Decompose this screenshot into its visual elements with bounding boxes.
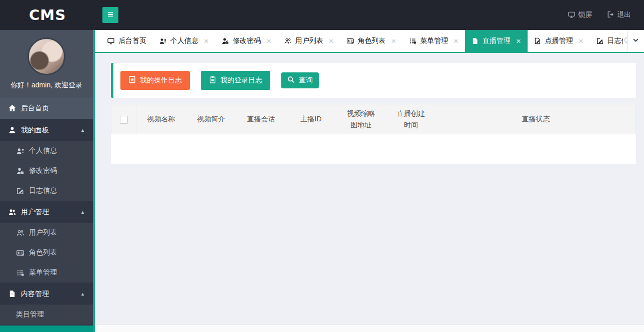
tab-live-management[interactable]: 直播管理×: [465, 30, 528, 52]
column-header: 直播状态: [436, 104, 636, 134]
tab-overflow-button[interactable]: [627, 30, 644, 52]
column-header: 直播创建时间: [386, 104, 436, 134]
app-logo: CMS: [0, 6, 95, 23]
sidebar-item-my-panel[interactable]: 我的面板▲: [0, 119, 93, 141]
user-group-icon: [284, 37, 291, 44]
column-header: 主播ID: [286, 104, 336, 134]
close-tab-icon[interactable]: ×: [266, 37, 271, 45]
clipboard-icon: [209, 76, 216, 85]
logout-button[interactable]: 退出: [607, 10, 631, 19]
caret-up-icon: ▲: [80, 128, 85, 133]
tab-role-list[interactable]: 角色列表×: [340, 30, 403, 52]
user-card-icon: [16, 147, 24, 155]
column-header: 视频简介: [186, 104, 236, 134]
tab-label: 菜单管理: [420, 36, 448, 45]
close-tab-icon[interactable]: ×: [516, 37, 521, 45]
user-card-icon: [159, 37, 166, 44]
search-button[interactable]: 查询: [281, 72, 319, 88]
column-header: 直播会话: [236, 104, 286, 134]
toolbar-panel: 我的操作日志 我的登录日志 查询: [111, 63, 636, 98]
close-tab-icon[interactable]: ×: [391, 37, 396, 45]
select-all-checkbox[interactable]: [120, 116, 128, 124]
lock-screen-label: 锁屏: [578, 10, 592, 19]
sidebar-item-menu-management[interactable]: 菜单管理: [0, 263, 93, 283]
login-log-button[interactable]: 我的登录日志: [201, 71, 270, 90]
pencil-square-icon: [16, 187, 24, 195]
table-header-row: 视频名称视频简介直播会话主播ID视频缩略图地址直播创建时间直播状态: [111, 104, 636, 134]
sidebar-item-dashboard[interactable]: 后台首页: [0, 97, 93, 119]
clipped-tab-fragment[interactable]: [623, 30, 627, 52]
sidebar-item-label: 我的面板: [21, 126, 49, 135]
clipped-tab-icon: [625, 37, 627, 43]
avatar[interactable]: [27, 37, 65, 75]
sidebar-menu: 后台首页我的面板▲个人信息修改密码日志信息用户管理▲用户列表角色列表菜单管理内容…: [0, 97, 93, 325]
tab-label: 后台首页: [118, 36, 146, 45]
id-card-icon: [16, 249, 24, 257]
sidebar-item-label: 类目管理: [16, 310, 44, 319]
column-header: 视频名称: [136, 104, 186, 134]
sidebar-item-label: 修改密码: [29, 166, 57, 175]
sidebar-item-category-management[interactable]: 类目管理: [0, 305, 93, 325]
tab-change-password[interactable]: 修改密码×: [215, 30, 278, 52]
sidebar-item-content-management[interactable]: 内容管理▲: [0, 283, 93, 305]
tab-dashboard[interactable]: 后台首页: [101, 30, 153, 52]
sidebar-item-label: 用户列表: [29, 228, 57, 237]
login-log-label: 我的登录日志: [220, 76, 262, 85]
main-area: 后台首页个人信息×修改密码×用户列表×角色列表×菜单管理×直播管理×点播管理×日…: [95, 30, 644, 332]
tab-profile-info[interactable]: 个人信息×: [153, 30, 215, 52]
sidebar-item-label: 用户管理: [21, 208, 49, 217]
file-icon: [472, 37, 479, 44]
app-shell: 你好！admin, 欢迎登录 后台首页我的面板▲个人信息修改密码日志信息用户管理…: [0, 30, 644, 332]
sidebar-item-role-list[interactable]: 角色列表: [0, 243, 93, 263]
logout-label: 退出: [617, 10, 631, 19]
tab-user-list[interactable]: 用户列表×: [278, 30, 340, 52]
sidebar-item-user-list[interactable]: 用户列表: [0, 223, 93, 243]
user-group-icon: [16, 229, 24, 237]
lock-screen-monitor-icon: [568, 11, 575, 19]
tab-log-info[interactable]: 日志信息×: [590, 30, 623, 52]
lock-screen-button[interactable]: 锁屏: [568, 10, 592, 19]
tab-menu-management[interactable]: 菜单管理×: [403, 30, 465, 52]
sign-out-icon: [607, 11, 614, 19]
close-tab-icon[interactable]: ×: [579, 37, 584, 45]
tab-label: 修改密码: [233, 36, 261, 45]
sidebar-item-label: 菜单管理: [29, 268, 57, 277]
list-icon: [409, 37, 416, 44]
sidebar-item-log-info[interactable]: 日志信息: [0, 181, 93, 201]
select-all-cell: [111, 104, 136, 134]
operation-log-button[interactable]: 我的操作日志: [120, 71, 190, 90]
sidebar-item-profile-info[interactable]: 个人信息: [0, 141, 93, 161]
tab-bar: 后台首页个人信息×修改密码×用户列表×角色列表×菜单管理×直播管理×点播管理×日…: [95, 30, 644, 53]
tab-label: 个人信息: [170, 36, 198, 45]
tab-strip: 后台首页个人信息×修改密码×用户列表×角色列表×菜单管理×直播管理×点播管理×日…: [101, 30, 623, 52]
pencil-square-icon: [597, 37, 604, 44]
horizontal-scrollbar-track[interactable]: [95, 325, 644, 332]
sidebar-item-change-password[interactable]: 修改密码: [0, 161, 93, 181]
sidebar: 你好！admin, 欢迎登录 后台首页我的面板▲个人信息修改密码日志信息用户管理…: [0, 30, 95, 332]
sidebar-item-label: 日志信息: [29, 186, 57, 195]
close-tab-icon[interactable]: ×: [329, 37, 334, 45]
tab-label: 用户列表: [295, 36, 323, 45]
sidebar-item-user-management[interactable]: 用户管理▲: [0, 201, 93, 223]
file-edit-icon: [534, 37, 541, 44]
topbar: CMS 锁屏 退出: [0, 0, 644, 30]
sidebar-scrollbar-thumb[interactable]: [0, 326, 93, 332]
topbar-actions: 锁屏 退出: [568, 10, 644, 19]
sidebar-item-label: 后台首页: [21, 104, 49, 113]
tab-vod-management[interactable]: 点播管理×: [528, 30, 590, 52]
tab-label: 角色列表: [358, 36, 386, 45]
empty-table-row: [111, 134, 636, 164]
doc-text-icon: [128, 76, 136, 85]
live-table: 视频名称视频简介直播会话主播ID视频缩略图地址直播创建时间直播状态: [111, 104, 636, 164]
user-lock-icon: [222, 37, 229, 44]
greeting-text: 你好！admin, 欢迎登录: [10, 81, 82, 90]
sidebar-item-label: 角色列表: [29, 248, 57, 257]
operation-log-label: 我的操作日志: [140, 76, 182, 85]
sidebar-toggle-button[interactable]: [102, 7, 118, 23]
user-lock-icon: [16, 167, 24, 175]
search-icon: [287, 76, 295, 85]
close-tab-icon[interactable]: ×: [204, 37, 209, 45]
column-header: 视频缩略图地址: [336, 104, 386, 134]
tab-label: 点播管理: [545, 36, 573, 45]
close-tab-icon[interactable]: ×: [454, 37, 459, 45]
